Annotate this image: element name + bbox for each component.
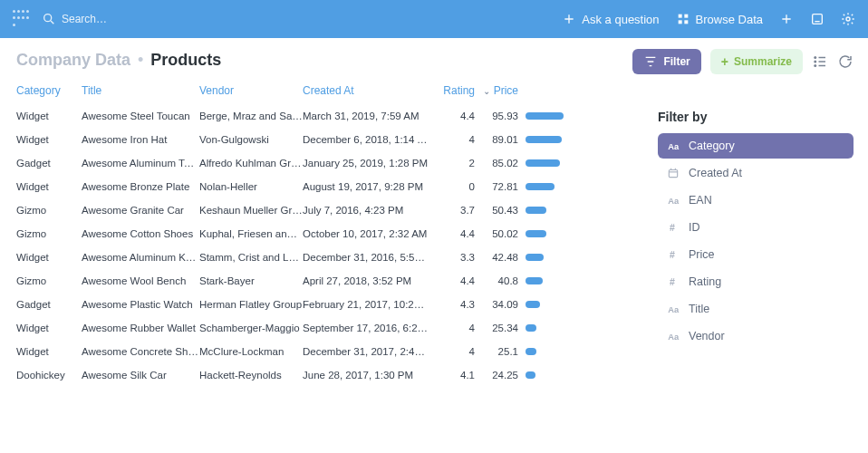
brand-logo[interactable] (13, 10, 31, 28)
cell-rating: 4.3 (429, 299, 475, 310)
svg-text:Aa: Aa (668, 142, 680, 151)
filter-item-rating[interactable]: #Rating (658, 269, 854, 294)
table-row[interactable]: Gadget Awesome Plastic Watch Herman Flat… (16, 293, 632, 316)
filter-item-label: Price (689, 248, 714, 261)
cell-created-at: April 27, 2018, 3:52 PM (303, 275, 429, 286)
cell-created-at: March 31, 2019, 7:59 AM (303, 111, 429, 121)
plus-icon (562, 12, 576, 26)
cell-title: Awesome Aluminum Table (82, 158, 199, 169)
svg-text:Aa: Aa (668, 305, 680, 314)
svg-point-0 (44, 14, 52, 22)
table-row[interactable]: Gizmo Awesome Cotton Shoes Kuphal, Fries… (16, 222, 632, 246)
filter-item-category[interactable]: AaCategory (658, 133, 854, 159)
calendar-icon (667, 167, 680, 179)
cell-vendor: Kuphal, Friesen and Rowe (199, 228, 303, 239)
table-row[interactable]: Widget Awesome Concrete Shoes McClure-Lo… (16, 340, 632, 363)
filter-item-vendor[interactable]: AaVendor (658, 323, 854, 349)
gear-icon[interactable] (841, 12, 855, 26)
table-row[interactable]: Doohickey Awesome Silk Car Hackett-Reyno… (16, 363, 632, 387)
cell-rating: 4.4 (429, 228, 475, 239)
table-row[interactable]: Gizmo Awesome Granite Car Keshaun Muelle… (16, 198, 632, 222)
ask-question-button[interactable]: Ask a question (562, 12, 659, 26)
svg-line-1 (51, 21, 53, 24)
table-row[interactable]: Gizmo Awesome Wool Bench Stark-Bayer Apr… (16, 269, 632, 293)
cell-price: 89.01 (475, 134, 518, 145)
cell-rating: 3.7 (429, 205, 475, 216)
svg-point-9 (814, 56, 816, 59)
cell-price: 95.93 (475, 111, 518, 121)
cell-vendor: Keshaun Mueller Group (199, 205, 303, 216)
cell-title: Awesome Steel Toucan (82, 111, 199, 121)
cell-vendor: Von-Gulgowski (199, 134, 303, 145)
price-bar (518, 136, 564, 143)
cell-category: Widget (16, 134, 82, 145)
archive-icon[interactable] (810, 12, 825, 26)
cell-price: 50.43 (475, 205, 518, 216)
cell-category: Gizmo (16, 228, 82, 239)
summarize-button[interactable]: + Summarize (710, 49, 803, 74)
table-row[interactable]: Widget Awesome Rubber Wallet Schamberger… (16, 316, 632, 340)
svg-text:Aa: Aa (668, 333, 680, 342)
filter-item-id[interactable]: #ID (658, 215, 854, 240)
cell-vendor: Herman Flatley Group (199, 299, 303, 310)
col-rating[interactable]: Rating (429, 84, 475, 97)
svg-rect-4 (678, 20, 681, 24)
cell-price: 25.1 (475, 346, 518, 357)
breadcrumb-current: Products (150, 51, 221, 70)
cell-title: Awesome Rubber Wallet (82, 323, 199, 333)
cell-title: Awesome Silk Car (82, 370, 199, 381)
col-vendor[interactable]: Vendor (199, 84, 303, 97)
col-price[interactable]: ⌄Price (475, 84, 518, 97)
filter-item-title[interactable]: AaTitle (658, 296, 854, 322)
filter-button[interactable]: Filter (632, 49, 700, 74)
refresh-icon[interactable] (837, 53, 854, 70)
cell-title: Awesome Concrete Shoes (82, 346, 199, 357)
cell-rating: 0 (429, 181, 475, 192)
hash-icon: # (667, 275, 680, 288)
cell-vendor: Schamberger-Maggio (199, 323, 303, 333)
col-created-at[interactable]: Created At (303, 84, 429, 97)
filter-icon (643, 54, 658, 69)
col-category[interactable]: Category (16, 84, 82, 97)
cell-created-at: February 21, 2017, 10:21 AM (303, 299, 429, 310)
svg-text:#: # (670, 249, 675, 260)
svg-point-10 (814, 61, 816, 63)
cell-vendor: Alfredo Kuhlman Group (199, 158, 303, 169)
hash-icon: # (667, 221, 680, 234)
cell-rating: 4 (429, 134, 475, 145)
price-bar (518, 254, 564, 261)
table-row[interactable]: Widget Awesome Aluminum Keyboard Stamm, … (16, 246, 632, 269)
filter-item-price[interactable]: #Price (658, 242, 854, 267)
cell-price: 50.02 (475, 228, 518, 239)
cell-rating: 4 (429, 346, 475, 357)
table-row[interactable]: Widget Awesome Steel Toucan Berge, Mraz … (16, 104, 632, 128)
grid-settings-icon[interactable] (812, 53, 828, 70)
breadcrumb-parent[interactable]: Company Data (16, 51, 130, 70)
cell-title: Awesome Bronze Plate (82, 181, 199, 192)
cell-created-at: August 19, 2017, 9:28 PM (303, 181, 429, 192)
create-icon[interactable] (779, 12, 794, 26)
browse-data-button[interactable]: Browse Data (676, 12, 763, 26)
filter-item-ean[interactable]: AaEAN (658, 188, 854, 213)
svg-rect-6 (813, 14, 823, 24)
grid-icon (676, 12, 690, 26)
cell-category: Widget (16, 346, 82, 357)
table-row[interactable]: Gadget Awesome Aluminum Table Alfredo Ku… (16, 151, 632, 175)
cell-title: Awesome Wool Bench (82, 275, 199, 286)
cell-created-at: January 25, 2019, 1:28 PM (303, 158, 429, 169)
table-row[interactable]: Widget Awesome Bronze Plate Nolan-Heller… (16, 175, 632, 198)
cell-title: Awesome Plastic Watch (82, 299, 199, 310)
cell-category: Gizmo (16, 275, 82, 286)
global-search[interactable] (42, 12, 170, 26)
filter-panel-title: Filter by (658, 110, 854, 124)
col-title[interactable]: Title (82, 84, 199, 97)
cell-title: Awesome Cotton Shoes (82, 228, 199, 239)
summarize-label: Summarize (734, 55, 792, 68)
filter-item-created-at[interactable]: Created At (658, 160, 854, 186)
filter-panel: Filter by AaCategoryCreated AtAaEAN#ID#P… (632, 79, 854, 387)
table-row[interactable]: Widget Awesome Iron Hat Von-Gulgowski De… (16, 128, 632, 151)
search-input[interactable] (62, 13, 170, 25)
text-icon: Aa (667, 140, 680, 152)
svg-point-8 (846, 17, 850, 21)
cell-rating: 4 (429, 323, 475, 333)
